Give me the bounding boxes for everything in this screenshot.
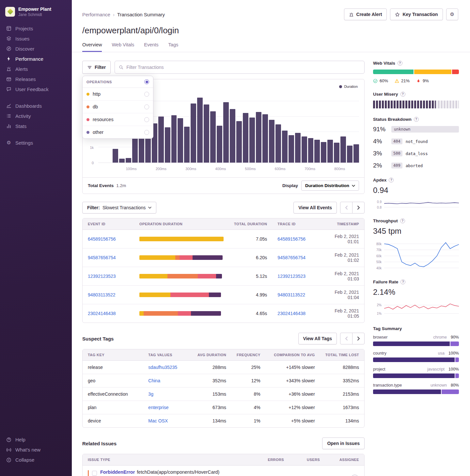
issue-type-link[interactable]: ForbiddenError (100, 469, 135, 475)
histogram-bar (302, 136, 307, 163)
previous-page-button[interactable] (340, 202, 352, 214)
tag-value-link[interactable]: enterprise (148, 405, 168, 410)
total-time-lost: 8288ms (320, 361, 364, 374)
view-all-events-button[interactable]: View All Events (293, 202, 337, 214)
releases-icon (6, 76, 12, 82)
help-circle-icon[interactable]: ? (389, 178, 394, 182)
next-page-button[interactable] (352, 333, 365, 344)
web-vitals-title: Web Vitals (373, 61, 395, 66)
chart-legend[interactable]: Duration (339, 85, 358, 88)
sidebar-item-performance[interactable]: Performance (0, 54, 72, 64)
trace-id-link[interactable]: 94803113522 (277, 292, 305, 297)
org-switcher[interactable]: Empower Plant Jane Schmidt (0, 5, 72, 24)
key-transaction-button[interactable]: Key Transaction (390, 8, 443, 20)
tag-summary-value: javascript (427, 367, 445, 372)
event-id-link[interactable]: 12392123523 (88, 274, 116, 279)
event-id-link[interactable]: 94803113522 (88, 292, 116, 297)
sidebar-item-whats-new[interactable]: What's new (0, 445, 72, 455)
total-events-value: 1.2m (116, 183, 126, 188)
x-axis-tick: 100ms (126, 167, 137, 171)
transactions-filter-dropdown[interactable]: Filter: Slowest Transactions (82, 202, 156, 214)
tab-overview[interactable]: Overview (82, 42, 102, 52)
issue-checkbox[interactable] (92, 471, 97, 476)
column-header: TRACE ID (272, 218, 318, 230)
operation-duration-bar (139, 274, 222, 278)
tag-value-link[interactable]: Mac OSX (148, 418, 168, 423)
sidebar-item-label: Discover (15, 46, 34, 52)
sidebar-item-alerts[interactable]: Alerts (0, 64, 72, 74)
tag-summary-bar-fill (373, 357, 455, 362)
status-code-chip: 404 (391, 138, 402, 144)
trace-id-link[interactable]: 94587656754 (277, 255, 306, 260)
histogram-bar (334, 143, 339, 163)
help-circle-icon[interactable]: ? (398, 61, 402, 66)
help-circle-icon[interactable]: ? (400, 92, 405, 97)
table-row: 94587656754 6.20s 94587656754 Feb 2, 202… (83, 248, 364, 267)
tab-tags[interactable]: Tags (168, 42, 179, 52)
op-segment-resources (178, 311, 191, 316)
tag-summary-key: browser (373, 335, 387, 340)
db-radio[interactable] (144, 104, 149, 109)
frequency: 1% (231, 414, 266, 428)
tab-events[interactable]: Events (144, 42, 158, 52)
help-circle-icon[interactable]: ? (414, 117, 419, 122)
sidebar-item-collapse[interactable]: Collapse (0, 455, 72, 465)
y-axis-tick: 40k (376, 266, 382, 270)
create-alert-button[interactable]: Create Alert (344, 8, 387, 20)
trace-id-link[interactable]: 64589156756 (277, 236, 306, 242)
search-input[interactable] (126, 65, 360, 70)
operation-option-resources[interactable]: resources (83, 113, 153, 126)
tag-value-link[interactable]: 3g (148, 391, 153, 397)
sidebar-item-user-feedback[interactable]: User Feedback (0, 84, 72, 94)
next-page-button[interactable] (352, 202, 365, 214)
operations-all-radio[interactable] (144, 79, 149, 84)
tab-web-vitals[interactable]: Web Vitals (112, 42, 134, 52)
sidebar-item-stats[interactable]: Stats (0, 121, 72, 131)
breadcrumb-performance[interactable]: Performance (82, 12, 110, 17)
tag-value-link[interactable]: sdaufhu35235 (148, 365, 177, 370)
operation-option-other[interactable]: other (83, 126, 153, 138)
help-circle-icon[interactable]: ? (400, 218, 405, 223)
previous-page-button[interactable] (340, 333, 352, 344)
sidebar-item-settings[interactable]: ⚙ Settings (0, 138, 72, 148)
comparison: +343% slower (266, 374, 320, 388)
apdex-section: Apdex ? 0.94 0.90.8 (373, 178, 459, 210)
histogram-bar (327, 140, 333, 163)
event-id-link[interactable]: 94587656754 (88, 255, 116, 260)
sidebar-item-label: Alerts (15, 66, 28, 72)
suspect-tags-pagination (340, 333, 365, 344)
tag-key: device (83, 414, 143, 428)
tag-value-link[interactable]: China (148, 378, 160, 383)
sidebar-item-dashboards[interactable]: Dashboards (0, 101, 72, 111)
view-all-tags-label: View All Tags (303, 336, 332, 341)
sidebar-item-activity[interactable]: Activity (0, 111, 72, 121)
resources-radio[interactable] (144, 117, 149, 122)
operation-option-label: other (93, 130, 103, 135)
other-radio[interactable] (144, 130, 149, 135)
trace-id-link[interactable]: 23024146438 (277, 311, 306, 316)
failure-rate-y-axis: 2%1% (373, 300, 382, 318)
operation-option-http[interactable]: http (83, 88, 153, 101)
sidebar-item-discover[interactable]: Discover (0, 44, 72, 54)
help-circle-icon[interactable]: ? (400, 279, 405, 284)
operation-option-db[interactable]: db (83, 101, 153, 113)
display-dropdown[interactable]: Duration Distribution (301, 181, 359, 191)
failure-rate-title: Failure Rate (373, 279, 398, 284)
sidebar-item-help[interactable]: Help (0, 435, 72, 445)
assignee-button[interactable] (351, 475, 359, 476)
histogram-bar (184, 127, 190, 163)
http-radio[interactable] (144, 92, 149, 97)
sidebar-item-releases[interactable]: Releases (0, 74, 72, 84)
filter-button[interactable]: Filter (82, 61, 111, 74)
sidebar-item-projects[interactable]: Projects (0, 24, 72, 34)
open-in-issues-button[interactable]: Open in Issues (322, 437, 365, 449)
view-all-tags-button[interactable]: View All Tags (298, 333, 337, 344)
legend-dot-icon (339, 85, 342, 88)
event-id-link[interactable]: 64589156756 (88, 236, 116, 242)
column-header: TOTAL TIME LOST (320, 349, 364, 361)
event-id-link[interactable]: 23024146438 (88, 311, 116, 316)
sidebar-item-issues[interactable]: Issues (0, 34, 72, 44)
trace-id-link[interactable]: 12392123523 (277, 274, 306, 279)
issue-row: ForbiddenErrorfetchData(app/components/H… (83, 466, 364, 476)
settings-button[interactable]: ⚙ (446, 8, 458, 20)
